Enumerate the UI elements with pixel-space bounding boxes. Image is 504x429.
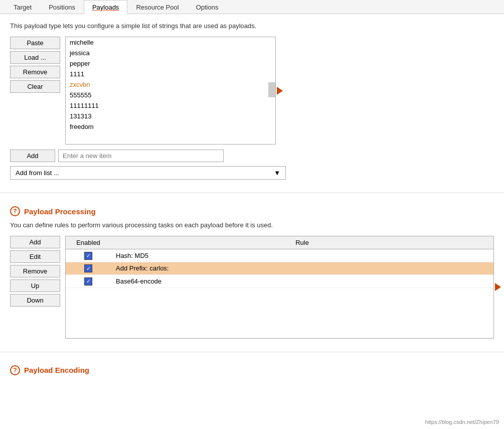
enabled-cell[interactable]: ✓ [66, 249, 111, 262]
payload-list-section: This payload type lets you configure a s… [0, 14, 504, 188]
rule-cell: Add Prefix: carlos: [111, 262, 493, 275]
processing-help-icon[interactable]: ? [10, 206, 20, 216]
processing-header: ? Payload Processing [10, 206, 494, 216]
processing-down-button[interactable]: Down [10, 294, 60, 307]
col-enabled: Enabled [66, 236, 111, 249]
list-item[interactable]: michelle [66, 37, 275, 48]
enabled-cell[interactable]: ✓ [66, 275, 111, 288]
add-item-input[interactable] [58, 150, 224, 162]
list-item[interactable]: 1111 [66, 69, 275, 79]
list-item[interactable]: freedom [66, 121, 275, 132]
tab-payloads[interactable]: Payloads [84, 0, 127, 14]
tab-resource-pool[interactable]: Resource Pool [127, 0, 187, 14]
processing-add-button[interactable]: Add [10, 236, 60, 248]
clear-button[interactable]: Clear [10, 80, 60, 93]
tab-bar: Target Positions Payloads Resource Pool … [0, 0, 504, 14]
payload-encoding-section: ? Payload Encoding [0, 357, 504, 388]
scrollbar[interactable] [268, 82, 275, 97]
paste-button[interactable]: Paste [10, 37, 60, 49]
tab-options[interactable]: Options [188, 0, 227, 14]
list-item[interactable]: 555555 [66, 90, 275, 100]
add-from-list-dropdown[interactable]: Add from list ... ▼ [10, 166, 286, 180]
processing-description: You can define rules to perform various … [10, 221, 494, 229]
rule-cell: Base64-encode [111, 275, 493, 288]
chevron-down-icon: ▼ [274, 169, 280, 177]
processing-table-wrapper: Enabled Rule ✓ Hash: MD5 [65, 236, 494, 339]
processing-buttons: Add Edit Remove Up Down [10, 236, 60, 339]
list-arrow-indicator [277, 87, 283, 95]
processing-edit-button[interactable]: Edit [10, 250, 60, 263]
table-row[interactable]: ✓ Add Prefix: carlos: [66, 262, 493, 275]
add-item-button[interactable]: Add [10, 150, 55, 162]
table-row[interactable]: ✓ Base64-encode [66, 275, 493, 288]
rule-cell: Hash: MD5 [111, 249, 493, 262]
list-item[interactable]: jessica [66, 48, 275, 58]
tab-target[interactable]: Target [5, 0, 40, 14]
payload-listbox[interactable]: michelle jessica pepper 1111 zxcvbn 5555… [65, 37, 276, 145]
processing-table: Enabled Rule ✓ Hash: MD5 [66, 236, 493, 338]
enabled-cell[interactable]: ✓ [66, 262, 111, 275]
table-row[interactable]: ✓ Hash: MD5 [66, 249, 493, 262]
list-item[interactable]: pepper [66, 58, 275, 69]
payload-list-area: Paste Load ... Remove Clear michelle jes… [10, 37, 494, 145]
payload-processing-section: ? Payload Processing You can define rule… [0, 198, 504, 347]
processing-remove-button[interactable]: Remove [10, 265, 60, 277]
encoding-help-icon[interactable]: ? [10, 365, 20, 375]
list-item[interactable]: zxcvbn [66, 79, 275, 90]
processing-up-button[interactable]: Up [10, 279, 60, 292]
encoding-header: ? Payload Encoding [10, 365, 494, 375]
list-item[interactable]: 11111111 [66, 100, 275, 111]
col-rule: Rule [111, 236, 493, 249]
payload-buttons: Paste Load ... Remove Clear [10, 37, 60, 145]
tab-positions[interactable]: Positions [40, 0, 84, 14]
checkbox[interactable]: ✓ [84, 252, 92, 260]
processing-arrow-indicator [495, 283, 501, 291]
encoding-title: Payload Encoding [24, 366, 89, 374]
add-from-list-label: Add from list ... [16, 169, 59, 177]
add-item-row: Add [10, 150, 494, 162]
processing-area: Add Edit Remove Up Down Enabled Rule [10, 236, 494, 339]
list-item[interactable]: 131313 [66, 111, 275, 121]
load-button[interactable]: Load ... [10, 51, 60, 64]
remove-button[interactable]: Remove [10, 66, 60, 78]
checkbox[interactable]: ✓ [84, 264, 92, 272]
payload-description: This payload type lets you configure a s… [10, 22, 494, 30]
checkbox[interactable]: ✓ [84, 277, 92, 285]
processing-title: Payload Processing [24, 207, 96, 216]
